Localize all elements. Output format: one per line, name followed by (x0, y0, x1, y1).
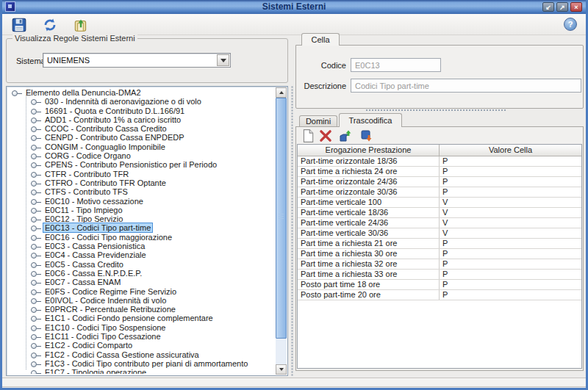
cell-valore-cella[interactable]: V (440, 228, 581, 238)
minimize-button[interactable]: ↙ (542, 2, 554, 12)
tree-node[interactable]: CTFS - Contributo TFS (8, 187, 275, 196)
tree-node-icon[interactable] (31, 217, 37, 223)
cell-erogazione-prestazione[interactable]: Posto part-time 20 ore (298, 290, 440, 300)
tree-node-label[interactable]: E0PRCR - Percentuale Retribuzione (43, 305, 177, 314)
table-row[interactable]: Part time a richiesta 24 oreP (298, 167, 581, 177)
tree-node-icon[interactable] (31, 199, 37, 205)
tree-node-icon[interactable] (31, 126, 37, 132)
tree-node-icon[interactable] (31, 189, 37, 195)
cell-valore-cella[interactable]: P (440, 177, 581, 187)
tree-node-label[interactable]: E0C5 - Cassa Credito (43, 260, 125, 269)
tree-node-icon[interactable] (31, 361, 37, 367)
import-button[interactable] (339, 129, 354, 143)
tree-node[interactable]: E0C4 - Cassa Previdenziale (8, 250, 275, 259)
tree-node-label[interactable]: E1C1 - Codici Fondo pensione complementa… (43, 314, 215, 322)
tree-node-icon[interactable] (31, 316, 37, 322)
cell-erogazione-prestazione[interactable]: Part time a richiesta 24 ore (298, 167, 440, 176)
tree-node[interactable]: E0C10 - Motivo cessazione (8, 197, 275, 206)
tree-node[interactable]: E0C6 - Cassa E.N.P.D.E.P. (8, 269, 275, 278)
tree-root-label[interactable]: Elemento della Denuncia-DMA2 (24, 88, 143, 97)
tree-node-icon[interactable] (31, 271, 37, 277)
descrizione-field[interactable]: Codici Tipo part-time (351, 79, 581, 93)
save-button[interactable] (11, 17, 27, 33)
tree-node-icon[interactable] (31, 225, 37, 231)
tree-node-label[interactable]: E0IVOL - Codice Indennità di volo (43, 296, 168, 305)
tree-node[interactable]: 16691 - Quota e Contributo D.L.166/91 (8, 106, 275, 115)
cell-valore-cella[interactable]: V (440, 198, 581, 207)
tree-node[interactable]: E0C5 - Cassa Credito (8, 260, 275, 269)
table-row[interactable]: Part-time verticale 100V (298, 198, 581, 208)
table-row[interactable]: Part time a richiesta 30 oreP (298, 249, 581, 259)
table-row[interactable]: Part-time verticale 18/36V (298, 208, 581, 218)
cell-valore-cella[interactable]: V (440, 208, 581, 217)
cell-valore-cella[interactable]: P (440, 187, 581, 197)
exit-button[interactable] (73, 17, 89, 33)
cell-erogazione-prestazione[interactable]: Part time a richiesta 21 ore (298, 239, 440, 248)
tree-node-label[interactable]: F1C2 - Codici Cassa Gestione assicurativ… (43, 350, 201, 359)
tree-node-icon[interactable] (31, 154, 37, 159)
tree-node[interactable]: E0C13 - Codici Tipo part-time (8, 223, 275, 232)
sistema-combobox[interactable]: UNIEMENS (43, 53, 231, 68)
tree-node-icon[interactable] (31, 253, 37, 259)
tree-node[interactable]: E0PRCR - Percentuale Retribuzione (8, 305, 275, 314)
tree-node[interactable]: E0C3 - Cassa Pensionistica (8, 242, 275, 250)
cell-valore-cella[interactable]: V (440, 218, 581, 228)
table-row[interactable]: Part time a richiesta 33 oreP (298, 270, 581, 280)
tab-domini[interactable]: Domini (299, 115, 337, 127)
scroll-up-button[interactable] (276, 87, 287, 98)
new-record-button[interactable] (301, 129, 315, 143)
table-row[interactable]: Part-time verticale 30/36V (298, 228, 581, 239)
tree-node[interactable]: E0IVOL - Codice Indennità di volo (8, 296, 275, 305)
tab-cella[interactable]: Cella (301, 33, 340, 46)
tree-node-label-selected[interactable]: E0C13 - Codici Tipo part-time (43, 223, 152, 232)
tree-node-label[interactable]: 16691 - Quota e Contributo D.L.166/91 (43, 106, 186, 115)
tree-node-label[interactable]: CCOC - Contributo Cassa Credito (43, 124, 168, 133)
tree-node[interactable]: E0C16 - Codici Tipo maggiorazione (8, 233, 275, 242)
codice-field[interactable]: E0C13 (351, 58, 441, 72)
cell-erogazione-prestazione[interactable]: Part-time verticale 18/36 (298, 208, 440, 217)
table-row[interactable]: Part-time orizzontale 30/36P (298, 187, 581, 198)
tree-node[interactable]: CONGIM - Conguaglio Imponibile (8, 142, 275, 151)
tree-node-icon[interactable] (31, 370, 37, 374)
cell-erogazione-prestazione[interactable]: Part time a richiesta 33 ore (298, 270, 440, 279)
tree-node-label[interactable]: CTFRO - Contributo TFR Optante (43, 178, 168, 187)
scrollbar-thumb[interactable] (276, 98, 287, 339)
tree-node[interactable]: E1C11 - Codici Tipo Cessazione (8, 332, 275, 341)
tree-node-icon[interactable] (31, 181, 37, 187)
table-row[interactable]: Posto part-time 20 oreP (298, 290, 581, 300)
tree-node-label[interactable]: CPENS - Contributo Pensionistico per il … (43, 160, 218, 169)
cell-erogazione-prestazione[interactable]: Part-time verticale 100 (298, 198, 440, 207)
tree-node[interactable]: E0C11 - Tipo Impiego (8, 206, 275, 214)
table-row[interactable]: Part time a richiesta 32 oreP (298, 259, 581, 270)
horizontal-splitter[interactable] (365, 109, 506, 112)
tree-node[interactable]: CENPD - Contributo Cassa ENPDEDP (8, 133, 275, 142)
refresh-button[interactable] (42, 17, 58, 33)
table-row[interactable]: Posto part time 18 oreP (298, 280, 581, 290)
tree-node[interactable]: CCOC - Contributo Cassa Credito (8, 124, 275, 133)
cell-valore-cella[interactable]: P (440, 290, 581, 300)
cell-erogazione-prestazione[interactable]: Part-time orizzontale 24/36 (298, 177, 440, 187)
tree-node-label[interactable]: E0C6 - Cassa E.N.P.D.E.P. (43, 269, 143, 278)
tree-node-label[interactable]: CENPD - Contributo Cassa ENPDEDP (43, 133, 186, 142)
tree-node-label[interactable]: 030 - Indennità di aeronavigazione o di … (43, 97, 203, 106)
tree-node-icon[interactable] (31, 235, 37, 241)
scroll-down-button[interactable] (276, 364, 287, 375)
tree-node-label[interactable]: CORG - Codice Organo (43, 151, 132, 160)
tree-node[interactable]: CPENS - Contributo Pensionistico per il … (8, 160, 275, 169)
tree-node-label[interactable]: E0FS - Codice Regime Fine Servizio (43, 287, 178, 296)
tree-node-icon[interactable] (31, 353, 37, 358)
maximize-button[interactable]: ↗ (556, 2, 568, 12)
cell-valore-cella[interactable]: P (440, 259, 581, 269)
export-button[interactable] (359, 129, 374, 143)
tree-node-icon[interactable] (31, 145, 37, 151)
cell-valore-cella[interactable]: P (440, 249, 581, 259)
tree-node-icon[interactable] (31, 244, 37, 250)
cell-valore-cella[interactable]: P (440, 270, 581, 279)
column-header-erogazione[interactable]: Erogazione Prestazione (298, 145, 440, 156)
tree-node[interactable]: E0C12 - Tipo Servizio (8, 214, 275, 223)
tree-node-icon[interactable] (31, 343, 37, 349)
tree-node-label[interactable]: CONGIM - Conguaglio Imponibile (43, 142, 167, 151)
cell-erogazione-prestazione[interactable]: Part-time orizzontale 30/36 (298, 187, 440, 197)
tree-node-label[interactable]: CTFS - Contributo TFS (43, 187, 129, 196)
tree-node-label[interactable]: F1C3 - Codici Tipo contributo per piani … (43, 359, 249, 368)
